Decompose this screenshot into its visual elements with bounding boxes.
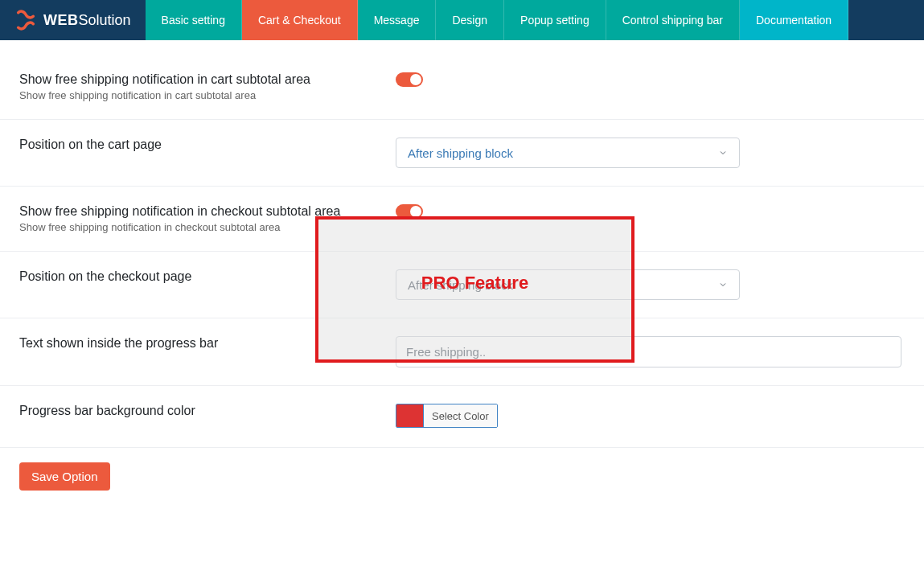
toggle-knob-icon (410, 206, 421, 217)
label-cart-subtotal-desc: Show free shipping notification in cart … (19, 89, 380, 101)
label-checkout-subtotal-title: Show free shipping notification in check… (19, 204, 380, 219)
row-progress-bar-bg-color: Progress bar background color Select Col… (0, 386, 924, 448)
row-progress-bar-text: Text shown inside the progress bar (0, 318, 924, 386)
color-swatch-icon (396, 404, 424, 427)
toggle-checkout-subtotal[interactable] (396, 204, 423, 219)
label-position-checkout-title: Position on the checkout page (19, 269, 380, 284)
row-cart-subtotal-notification: Show free shipping notification in cart … (0, 58, 924, 120)
row-checkout-subtotal-notification: Show free shipping notification in check… (0, 187, 924, 252)
brand-text-solution: Solution (79, 12, 131, 29)
label-position-cart-title: Position on the cart page (19, 138, 380, 152)
toggle-cart-subtotal[interactable] (396, 72, 423, 87)
logo-icon (14, 9, 37, 31)
brand-logo: WEBSolution (0, 0, 146, 40)
row-position-checkout-page: Position on the checkout page After ship… (0, 252, 924, 318)
label-cart-subtotal-title: Show free shipping notification in cart … (19, 72, 380, 87)
tab-message[interactable]: Message (358, 0, 437, 40)
label-progress-bg-title: Progress bar background color (19, 404, 380, 418)
header-bar: WEBSolution Basic setting Cart & Checkou… (0, 0, 924, 40)
select-position-cart-value: After shipping block (408, 146, 513, 160)
save-button[interactable]: Save Option (19, 462, 110, 491)
brand-text-web: WEB (43, 12, 79, 29)
tab-design[interactable]: Design (436, 0, 504, 40)
toggle-knob-icon (410, 74, 421, 85)
tab-control-shipping-bar[interactable]: Control shipping bar (606, 0, 740, 40)
label-checkout-subtotal-desc: Show free shipping notification in check… (19, 221, 380, 233)
chevron-down-icon (718, 280, 728, 289)
color-picker-label: Select Color (424, 404, 497, 427)
nav-tabs: Basic setting Cart & Checkout Message De… (146, 0, 849, 40)
row-position-cart-page: Position on the cart page After shipping… (0, 120, 924, 187)
select-position-checkout-value: After shipping block (408, 278, 513, 292)
input-progress-text[interactable] (396, 336, 901, 367)
select-position-cart[interactable]: After shipping block (396, 138, 740, 168)
tab-cart-checkout[interactable]: Cart & Checkout (242, 0, 358, 40)
tab-basic-setting[interactable]: Basic setting (146, 0, 242, 40)
color-picker-progress-bg[interactable]: Select Color (396, 404, 498, 428)
chevron-down-icon (718, 148, 728, 158)
label-progress-text-title: Text shown inside the progress bar (19, 336, 380, 351)
tab-documentation[interactable]: Documentation (740, 0, 848, 40)
tab-popup-setting[interactable]: Popup setting (504, 0, 606, 40)
select-position-checkout[interactable]: After shipping block (396, 269, 740, 300)
